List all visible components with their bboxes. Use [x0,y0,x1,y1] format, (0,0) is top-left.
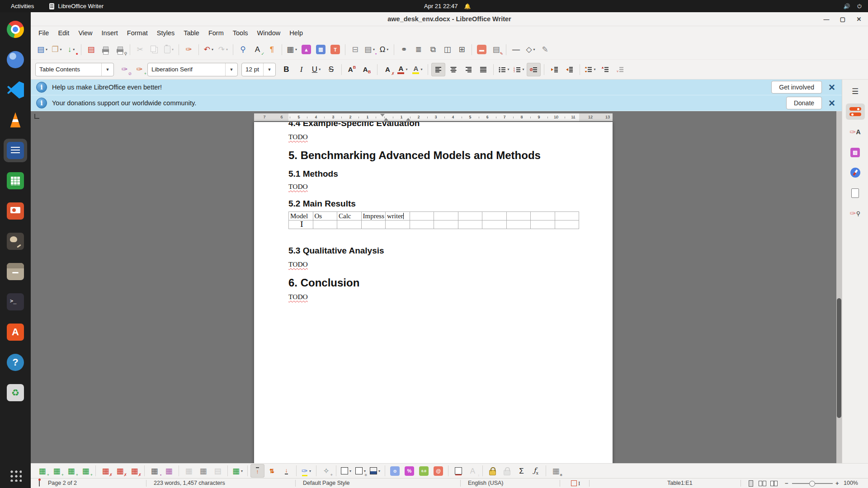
highlight-color[interactable]: A▾ [410,63,425,76]
insert-bookmark[interactable]: ◫ [440,43,454,56]
justify[interactable] [476,63,490,76]
table-cell[interactable]: Calc [337,212,362,221]
heading[interactable]: 5.3 Qualitative Analysis [288,246,384,256]
heading[interactable]: 4.4 Example-Specific Evaluation [288,122,420,128]
open-file[interactable]: ❐▾ [50,43,64,56]
table-cell[interactable] [482,221,507,229]
show-applications-button[interactable] [0,467,31,483]
table-cell[interactable] [313,221,337,229]
table-cell[interactable] [386,221,410,229]
table-cell[interactable]: Impress [361,212,386,221]
dock-item-files[interactable] [4,260,27,283]
dock-item-vscode[interactable] [4,78,27,102]
table-cell[interactable] [410,212,434,221]
menu-table[interactable]: Table [179,28,204,38]
align-left[interactable] [431,63,445,76]
chevron-down-icon[interactable]: ▼ [263,63,275,76]
paragraph[interactable]: TODO [288,260,308,268]
tab-stop-selector[interactable] [34,114,39,119]
insert-text-box[interactable]: T [328,43,342,56]
sidebar-tab-style-inspector[interactable]: ✑⚲ [846,205,865,221]
power-icon[interactable]: ⏻ [858,3,862,9]
underline[interactable]: U▾ [309,63,323,76]
table-cell[interactable] [410,221,434,229]
columns-after[interactable]: ▦+ [79,464,93,478]
sidebar-tab-properties[interactable] [846,103,865,120]
borders[interactable]: ▾ [339,464,353,478]
table-cell[interactable] [506,221,531,229]
zoom-in-button[interactable]: + [835,480,839,487]
sidebar-tab-page[interactable] [846,185,865,201]
horizontal-line[interactable]: — [509,43,523,56]
insert-comment[interactable]: ▬ [475,43,489,56]
split-cells[interactable]: ▦ [162,464,176,478]
columns-before[interactable]: ▦+ [64,464,78,478]
table-cell[interactable] [458,221,482,229]
heading[interactable]: 5. Benchmarking Advanced Models and Meth… [288,149,541,162]
track-changes[interactable]: ▤✎ [489,43,503,56]
save[interactable]: ↓●▾ [64,43,78,56]
delete-column[interactable]: ▦✗ [113,464,127,478]
chevron-down-icon[interactable]: ▼ [225,63,237,76]
dock-item-terminal[interactable] [4,290,27,314]
table-cell[interactable] [361,221,386,229]
insert-field[interactable]: ▤▪▾ [363,43,377,56]
sidebar-tab-navigator[interactable] [846,164,865,181]
border-style[interactable]: ∗▾ [354,464,368,478]
table-cell[interactable] [531,212,555,221]
dock-item-trash[interactable]: ♻ [4,381,27,404]
rows-above[interactable]: ▦+ [35,464,49,478]
menu-tools[interactable]: Tools [228,28,253,38]
document-workspace[interactable]: 765432112345678910111213 4.4 Example-Spe… [31,111,836,463]
table-cell[interactable]: Model [289,212,313,221]
table-cell[interactable] [555,212,579,221]
word-count-status[interactable]: 223 words, 1,457 characters [154,480,225,486]
donate-button[interactable]: Donate [786,97,822,109]
table-cell[interactable] [434,212,458,221]
align-bottom[interactable]: ↓ [279,464,293,478]
menu-format[interactable]: Format [123,28,152,38]
split-table[interactable]: ▦ [196,464,210,478]
align-center[interactable] [446,63,460,76]
insert-footnote[interactable]: ≣ [411,43,425,56]
align-top[interactable]: ↑ [250,464,264,478]
menu-help[interactable]: Help [285,28,307,38]
new-document[interactable]: ▤▾ [35,43,49,56]
font-size-select[interactable]: 12 pt▼ [241,63,276,76]
sum[interactable]: Σ [514,464,528,478]
decimal-format[interactable]: 0.0 [417,464,431,478]
dock-item-vlc[interactable] [4,108,27,132]
border-color[interactable]: ▾ [368,464,382,478]
insert-cross-reference[interactable]: ⊞ [455,43,469,56]
dock-item-chromium[interactable] [4,48,27,71]
zoom-slider-handle[interactable] [809,481,815,487]
indent-marker[interactable] [406,118,410,121]
indent-marker[interactable] [384,118,388,121]
results-table[interactable]: ModelOsCalcImpresswriter [288,211,579,229]
menu-view[interactable]: View [74,28,97,38]
table-cell[interactable] [337,221,362,229]
unordered-list[interactable]: ▾ [497,63,511,76]
get-involved-button[interactable]: Get involved [771,81,822,94]
dock-item-libreoffice-calc[interactable] [4,169,27,192]
strikethrough[interactable]: S [324,63,338,76]
number-format[interactable]: @ [431,464,445,478]
document-page[interactable]: 4.4 Example-Specific EvaluationTODO5. Be… [254,122,613,463]
decrease-indent[interactable] [562,63,576,76]
view-book-icon[interactable] [770,480,778,486]
dock-item-gimp[interactable] [4,230,27,253]
formatting-marks[interactable]: ¶ [265,43,279,56]
align-right[interactable] [461,63,475,76]
insert-special-character[interactable]: Ω▾ [377,43,391,56]
insert-image[interactable]: ▲ [299,43,313,56]
subscript[interactable]: AB [360,63,374,76]
export-pdf[interactable]: ▤ [84,43,98,56]
sidebar-tab-sidebar-settings[interactable]: ☰ [846,83,865,99]
paragraph-style-select[interactable]: Table Contents▼ [35,63,114,76]
autoformat-styles[interactable]: ✧✦ [319,464,333,478]
horizontal-ruler[interactable]: 765432112345678910111213 [254,113,613,121]
table-style[interactable]: ▦▾ [231,464,245,478]
dock-item-ubuntu-software[interactable]: A [4,320,27,344]
clock[interactable]: Apr 21 22:47 [424,3,458,9]
insert-chart[interactable]: ▥ [314,43,328,56]
